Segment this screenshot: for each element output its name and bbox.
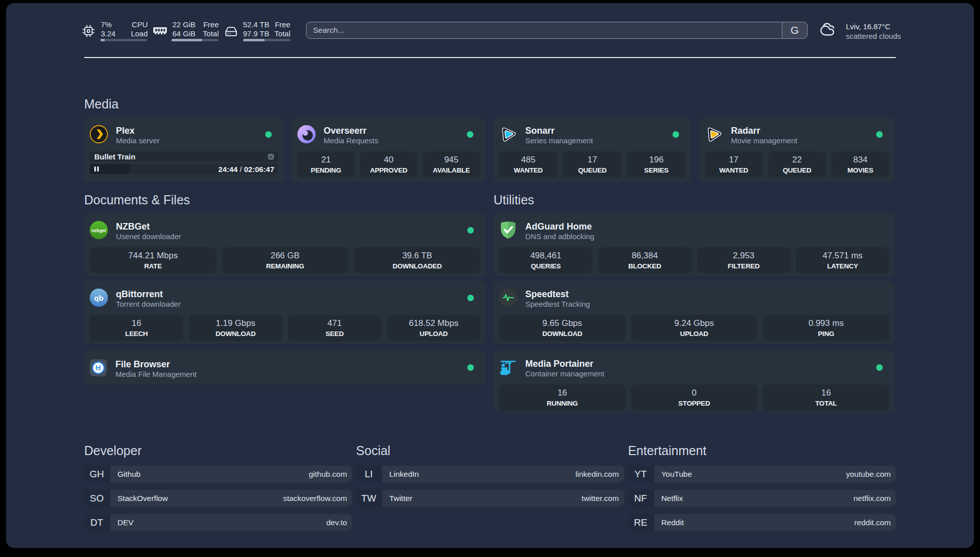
svg-text:nzbget: nzbget xyxy=(92,228,106,233)
svg-text:qb: qb xyxy=(94,294,103,302)
